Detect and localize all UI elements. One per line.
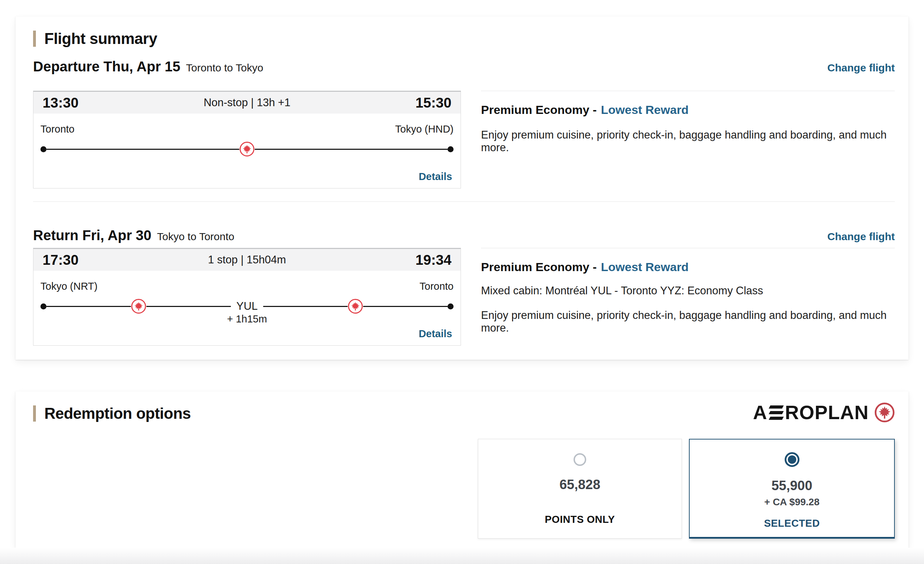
- return-title: Return Fri, Apr 30: [33, 227, 151, 243]
- departure-fare-brand-link[interactable]: Lowest Reward: [601, 103, 688, 117]
- departure-stops-duration: Non-stop | 13h +1: [204, 96, 291, 109]
- aeroplan-wordmark-roplan: ROPLAN: [785, 401, 869, 424]
- departure-route: Toronto to Tokyo: [186, 62, 264, 74]
- return-fare-column: Premium Economy -Lowest Reward Mixed cab…: [481, 248, 895, 334]
- legs-divider: [33, 202, 895, 202]
- departure-title: Departure Thu, Apr 15: [33, 59, 180, 75]
- return-stops-duration: 1 stop | 15h04m: [208, 253, 286, 266]
- aeroplan-logo: A ROPLAN: [753, 401, 895, 424]
- return-timeline: YUL + 1h15m: [40, 299, 453, 314]
- aeroplan-e-bars-icon: [770, 405, 783, 420]
- page-bottom-fade: [0, 548, 924, 564]
- return-change-flight-link[interactable]: Change flight: [827, 231, 895, 242]
- flight-summary-card: Flight summary Departure Thu, Apr 15 Tor…: [15, 16, 909, 360]
- redemption-heading: Redemption options: [33, 405, 191, 422]
- radio-selected-icon[interactable]: [784, 452, 800, 467]
- option-points-value: 65,828: [478, 476, 682, 493]
- return-layover-duration: + 1h15m: [40, 313, 453, 325]
- return-fare-title: Premium Economy -Lowest Reward: [481, 260, 895, 274]
- departure-stations: Toronto Tokyo (HND): [33, 114, 460, 135]
- departure-fare-title: Premium Economy -Lowest Reward: [481, 103, 895, 117]
- departure-fare-description: Enjoy premium cuisine, priority check-in…: [481, 129, 895, 154]
- accent-bar: [33, 405, 36, 422]
- option-points-value: 55,900: [690, 477, 894, 494]
- accent-bar: [33, 31, 36, 47]
- return-arrive-time: 19:34: [416, 252, 452, 268]
- return-cabin: Premium Economy -: [481, 260, 597, 274]
- return-destination: Toronto: [419, 281, 453, 292]
- timeline-segment: [263, 306, 348, 307]
- option-status-label: SELECTED: [690, 518, 894, 529]
- departure-flight-header: 13:30 Non-stop | 13h +1 15:30: [33, 92, 460, 114]
- option-cash-value: + CA $99.28: [690, 497, 894, 508]
- redemption-title: Redemption options: [44, 405, 191, 422]
- return-origin: Tokyo (NRT): [40, 281, 98, 292]
- departure-change-flight-link[interactable]: Change flight: [827, 62, 895, 74]
- return-flight-header: 17:30 1 stop | 15h04m 19:34: [33, 249, 460, 271]
- aeroplan-maple-leaf-roundel-icon: [874, 402, 895, 423]
- timeline-segment: [363, 306, 448, 307]
- timeline-segment: [255, 149, 448, 150]
- origin-dot: [40, 304, 46, 310]
- return-route: Tokyo to Toronto: [157, 231, 234, 242]
- redemption-option-points-plus-cash[interactable]: 55,900 + CA $99.28 SELECTED: [689, 439, 895, 539]
- air-canada-roundel-icon: [239, 141, 255, 157]
- air-canada-roundel-icon: [348, 299, 363, 314]
- departure-timeline: [40, 141, 453, 157]
- departure-fare-column: Premium Economy -Lowest Reward Enjoy pre…: [481, 91, 895, 154]
- departure-cabin: Premium Economy -: [481, 103, 597, 117]
- timeline-segment: [146, 306, 231, 307]
- air-canada-roundel-icon: [131, 299, 146, 314]
- departure-destination: Tokyo (HND): [395, 123, 453, 135]
- timeline-segment: [46, 149, 239, 150]
- option-status-label: POINTS ONLY: [478, 514, 682, 525]
- destination-dot: [448, 304, 453, 310]
- departure-depart-time: 13:30: [43, 95, 78, 111]
- return-depart-time: 17:30: [43, 252, 78, 268]
- return-stations: Tokyo (NRT) Toronto: [33, 271, 460, 292]
- return-fare-description: Enjoy premium cuisine, priority check-in…: [481, 309, 895, 334]
- timeline-segment: [46, 306, 131, 307]
- aeroplan-wordmark-a: A: [753, 401, 767, 424]
- return-flight-box: 17:30 1 stop | 15h04m 19:34 Tokyo (NRT) …: [33, 248, 461, 346]
- return-details-link[interactable]: Details: [419, 328, 452, 340]
- departure-origin: Toronto: [40, 123, 75, 135]
- redemption-options-card: Redemption options A ROPLAN 65,828 POINT…: [15, 391, 909, 548]
- destination-dot: [448, 146, 453, 152]
- return-mixed-cabin-note: Mixed cabin: Montréal YUL - Toronto YYZ:…: [481, 284, 895, 297]
- page-title: Flight summary: [44, 30, 157, 48]
- redemption-option-points-only[interactable]: 65,828 POINTS ONLY: [478, 439, 682, 539]
- departure-heading-row: Departure Thu, Apr 15 Toronto to Tokyo C…: [33, 59, 895, 75]
- aeroplan-wordmark: A ROPLAN: [753, 401, 869, 424]
- departure-details-link[interactable]: Details: [419, 171, 452, 183]
- return-heading-row: Return Fri, Apr 30 Tokyo to Toronto Chan…: [33, 227, 895, 243]
- flight-summary-heading: Flight summary: [33, 30, 157, 48]
- origin-dot: [40, 146, 46, 152]
- departure-flight-box: 13:30 Non-stop | 13h +1 15:30 Toronto To…: [33, 91, 461, 188]
- departure-arrive-time: 15:30: [416, 95, 452, 111]
- return-fare-brand-link[interactable]: Lowest Reward: [601, 260, 688, 274]
- radio-unselected-icon[interactable]: [573, 453, 586, 466]
- return-stop-code: YUL: [231, 300, 263, 313]
